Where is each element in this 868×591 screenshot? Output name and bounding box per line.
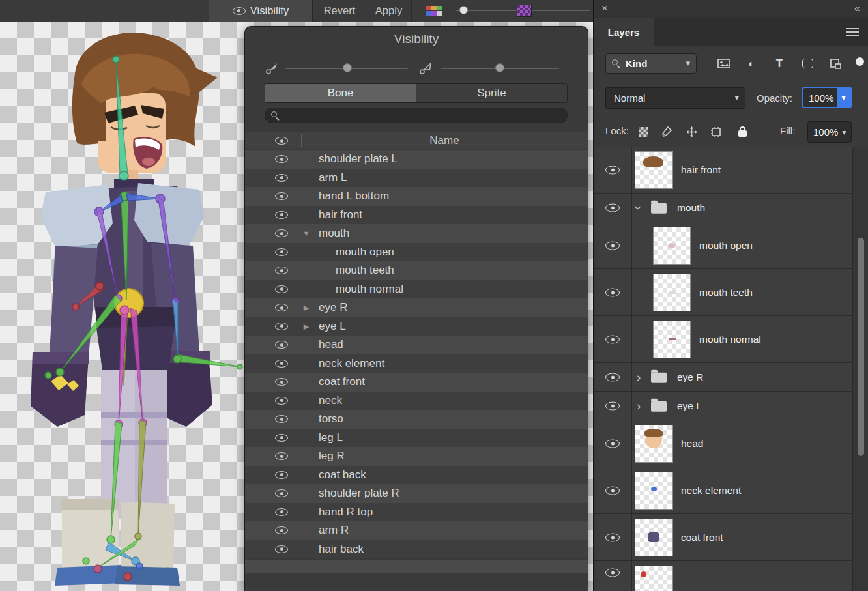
layer-thumbnail[interactable] [635,425,672,462]
lock-pixels-button[interactable] [659,124,674,139]
horizontal-scrollbar[interactable] [245,560,588,573]
visibility-row[interactable]: coat front [245,373,588,392]
visibility-row[interactable]: hair front [245,206,588,225]
foldout-expanded-icon[interactable]: ▼ [300,224,313,243]
visibility-row[interactable]: neck element [245,354,588,373]
layer-row[interactable]: hair front [594,147,852,194]
eye-visibility-toggle[interactable] [275,323,288,330]
eye-visibility-toggle[interactable] [275,285,288,293]
palette-button[interactable] [418,0,450,22]
opacity-input[interactable]: 100% ▾ [802,87,852,108]
visibility-row[interactable]: mouth normal [245,280,588,299]
layer-name[interactable]: mouth [677,202,705,214]
eye-visibility-toggle[interactable] [275,471,288,479]
layer-visibility-toggle[interactable] [605,568,620,577]
scrollbar-thumb[interactable] [858,238,864,456]
layer-thumbnail[interactable] [635,472,672,509]
eye-visibility-toggle[interactable] [275,304,288,311]
visibility-row[interactable]: hand L bottom [245,187,588,206]
eye-visibility-toggle[interactable] [275,155,288,163]
visibility-row[interactable]: mouth open [245,243,588,262]
sprite-opacity-slider-knob[interactable] [495,63,504,72]
eye-visibility-toggle[interactable] [275,267,288,274]
eye-visibility-toggle[interactable] [275,489,288,497]
layer-name[interactable]: head [681,438,703,450]
foldout-collapsed-icon[interactable]: ▶ [300,317,313,336]
layer-visibility-toggle[interactable] [605,335,620,343]
visibility-row[interactable]: coat back [245,466,588,485]
eye-visibility-toggle[interactable] [275,452,288,460]
layer-name[interactable]: mouth teeth [699,287,753,298]
layer-visibility-toggle[interactable] [605,533,620,541]
visibility-row[interactable]: neck [245,392,588,411]
eye-visibility-toggle[interactable] [275,508,288,516]
layer-row[interactable]: coat front [594,514,852,561]
layer-row[interactable]: mouth normal [594,316,852,363]
visibility-row[interactable]: arm R [245,521,588,540]
kind-filter-dropdown[interactable]: Kind ▾ [605,53,697,74]
eye-visibility-toggle[interactable] [275,174,288,182]
visibility-row[interactable]: hand R top [245,503,588,522]
eye-visibility-toggle[interactable] [275,545,288,553]
bone-opacity-slider-knob[interactable] [343,63,352,72]
layer-visibility-toggle[interactable] [605,203,620,212]
visibility-row[interactable]: arm L [245,169,588,188]
layer-name[interactable]: mouth open [699,240,753,252]
layer-visibility-toggle[interactable] [605,288,620,296]
eye-visibility-toggle[interactable] [275,192,288,200]
visibility-row[interactable]: shoulder plate L [245,150,588,169]
lock-position-button[interactable] [684,124,699,139]
filter-image-layers-button[interactable] [713,53,734,74]
search-field[interactable] [265,108,568,123]
revert-button[interactable]: Revert [313,0,366,22]
visibility-row[interactable]: shoulder plate R [245,484,588,503]
eye-visibility-toggle[interactable] [275,248,288,256]
layer-thumbnail[interactable] [635,152,672,188]
layer-name[interactable]: hair front [681,164,721,176]
lock-artboard-button[interactable] [708,124,724,139]
layer-group-row[interactable]: › eye L [594,392,852,420]
visibility-row[interactable]: head [245,336,588,354]
tab-bone[interactable]: Bone [265,84,416,102]
filter-shape-layers-button[interactable] [797,53,818,74]
eye-visibility-toggle[interactable] [275,434,288,442]
eye-visibility-toggle[interactable] [275,378,288,386]
collapse-panel-icon[interactable]: « [854,2,860,15]
eye-visibility-toggle[interactable] [275,526,288,534]
visibility-row[interactable]: leg L [245,429,588,448]
fill-dropdown-button[interactable]: ▾ [837,122,851,142]
blend-mode-select[interactable]: Normal ▾ [605,87,745,109]
eye-visibility-toggle[interactable] [275,360,288,368]
layer-thumbnail[interactable] [654,227,690,264]
apply-button[interactable]: Apply [366,0,412,22]
layer-row[interactable]: mouth open [594,222,852,269]
layer-thumbnail[interactable] [654,274,690,311]
visibility-row[interactable]: ▶eye L [245,317,588,336]
visibility-row[interactable]: ▼mouth [245,224,588,243]
panel-menu-icon[interactable] [846,28,859,29]
close-icon[interactable]: × [601,2,608,15]
foldout-collapsed-icon[interactable]: ▶ [300,298,313,317]
lock-transparency-button[interactable] [635,124,651,139]
filter-smart-objects-button[interactable] [825,53,846,74]
layer-name[interactable]: eye L [677,400,702,412]
layer-group-row[interactable]: › mouth [594,194,852,222]
layer-row[interactable]: head [594,420,852,467]
visibility-row[interactable]: leg R [245,447,588,466]
eye-visibility-toggle[interactable] [275,229,288,237]
tab-layers[interactable]: Layers [594,18,654,46]
filter-type-layers-button[interactable]: T [769,53,790,74]
layer-visibility-toggle[interactable] [605,439,620,448]
layer-thumbnail[interactable] [654,321,690,358]
fill-input[interactable]: 100% ▾ [807,121,852,143]
layer-visibility-toggle[interactable] [605,241,620,250]
visibility-row[interactable]: mouth teeth [245,261,588,280]
layer-thumbnail[interactable] [635,519,672,556]
layer-visibility-toggle[interactable] [605,401,620,410]
sprite-preview-icon[interactable] [517,5,532,17]
visibility-toggle-button[interactable]: Visibility [209,0,313,22]
lock-all-button[interactable] [734,124,750,139]
layer-thumbnail[interactable] [635,566,672,591]
layer-group-row[interactable]: › eye R [594,363,852,392]
layer-visibility-toggle[interactable] [605,486,620,495]
